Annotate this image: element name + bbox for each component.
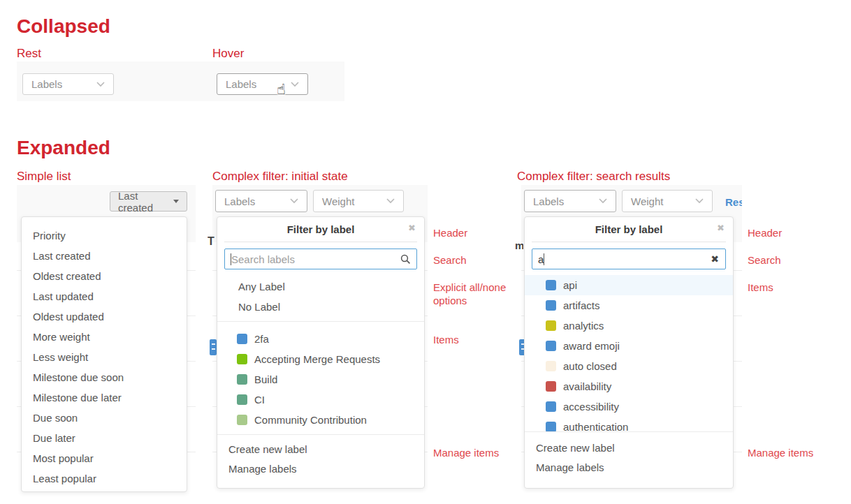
obscured-text-fragment: m <box>515 240 523 250</box>
list-item[interactable]: More weight <box>22 327 187 347</box>
fragment-mark <box>212 343 215 345</box>
label-item-text: award emoji <box>563 340 620 352</box>
list-item[interactable]: Most popular <box>22 448 187 468</box>
label-color-swatch <box>237 354 247 364</box>
label-item[interactable]: Accepting Merge Requests <box>217 349 424 369</box>
create-new-label-link[interactable]: Create new label <box>217 439 424 459</box>
label-item-text: CI <box>254 394 265 406</box>
complex-initial-label: Complex filter: initial state <box>212 170 348 182</box>
list-item[interactable]: Milestone due later <box>22 387 187 408</box>
weight-filter-button[interactable]: Weight <box>622 190 713 212</box>
label-item[interactable]: CI <box>217 390 424 410</box>
complex-search-label: Complex filter: search results <box>517 170 670 182</box>
collapsed-heading: Collapsed <box>17 17 110 36</box>
label-item[interactable]: award emoji <box>525 336 733 356</box>
annotation-manage-items: Manage items <box>433 446 499 459</box>
manage-labels-link[interactable]: Manage labels <box>217 459 424 478</box>
obscured-text-fragment: T <box>208 236 215 246</box>
any-label-option[interactable]: Any Label <box>217 276 424 297</box>
chevron-down-icon <box>291 82 299 87</box>
reset-link[interactable]: Res <box>725 196 742 208</box>
weight-filter-button[interactable]: Weight <box>313 190 404 212</box>
label-item[interactable]: availability <box>525 376 733 396</box>
label-item-text: Build <box>254 373 277 385</box>
annotation-items: Items <box>748 281 773 294</box>
panel-header: Filter by label ✖ <box>525 217 733 242</box>
close-icon[interactable]: ✖ <box>408 223 416 232</box>
annotation-items: Items <box>433 333 459 346</box>
label-item-text: analytics <box>563 320 604 332</box>
weight-filter-button-text: Weight <box>322 195 354 207</box>
label-item-text: artifacts <box>563 299 600 311</box>
labels-filter-button[interactable]: Labels <box>524 190 616 212</box>
label-item-partially-hidden[interactable]: authentication <box>525 417 733 431</box>
search-results-list: api artifacts analytics award emoji auto… <box>525 275 733 431</box>
text-cursor <box>544 253 544 265</box>
list-item[interactable]: Less weight <box>22 347 187 367</box>
label-color-swatch <box>546 381 556 392</box>
no-label-option[interactable]: No Label <box>217 297 424 317</box>
list-item[interactable]: Priority <box>22 225 187 246</box>
sort-dropdown-text: Last created <box>118 190 167 214</box>
label-item-text: authentication <box>563 421 628 431</box>
list-item[interactable]: Oldest created <box>22 266 187 286</box>
annotation-header: Header <box>433 226 467 239</box>
label-items-list: 2fa Accepting Merge Requests Build CI Co… <box>217 322 424 434</box>
create-new-label-link[interactable]: Create new label <box>525 438 733 457</box>
sort-dropdown-button[interactable]: Last created <box>110 191 187 212</box>
chevron-down-icon <box>695 198 704 204</box>
hover-label: Hover <box>212 47 244 59</box>
list-item[interactable]: Least popular <box>22 468 187 489</box>
label-item[interactable]: Community Contribution <box>217 410 424 430</box>
caret-down-icon <box>173 200 179 203</box>
search-row: Search labels <box>217 242 424 275</box>
annotation-allnone: Explicit all/none options <box>433 281 517 307</box>
label-color-swatch <box>546 401 556 412</box>
annotation-header: Header <box>748 226 782 239</box>
expanded-heading: Expanded <box>17 138 110 158</box>
close-icon[interactable]: ✖ <box>717 223 725 232</box>
list-item[interactable]: Due later <box>22 428 187 448</box>
labels-filter-button-text: Labels <box>224 195 255 207</box>
label-search-input[interactable]: a ✖ <box>532 249 726 269</box>
annotation-search: Search <box>748 253 781 267</box>
label-item-highlighted[interactable]: api <box>525 275 733 295</box>
labels-filter-button[interactable]: Labels <box>215 190 307 212</box>
weight-filter-button-text: Weight <box>631 195 663 207</box>
label-item-text: Accepting Merge Requests <box>254 353 380 365</box>
panel-title: Filter by label <box>595 223 663 235</box>
label-item-text: accessibility <box>563 401 619 413</box>
label-item[interactable]: 2fa <box>217 329 424 349</box>
list-item[interactable]: Due soon <box>22 408 187 428</box>
panel-footer: Create new label Manage labels <box>525 432 733 484</box>
label-item[interactable]: auto closed <box>525 356 733 376</box>
labels-dropdown-rest[interactable]: Labels <box>22 73 114 95</box>
rest-label: Rest <box>17 47 41 59</box>
search-input-value: a <box>538 253 544 265</box>
labels-dropdown-hover[interactable]: Labels <box>217 73 308 95</box>
label-color-swatch <box>546 422 556 431</box>
label-item-text: Community Contribution <box>254 414 367 426</box>
label-item-text: 2fa <box>254 333 269 345</box>
search-icon <box>400 254 411 267</box>
manage-labels-link[interactable]: Manage labels <box>525 457 733 477</box>
clear-search-icon[interactable]: ✖ <box>711 254 719 264</box>
label-color-swatch <box>546 300 556 311</box>
list-item[interactable]: Oldest updated <box>22 306 187 327</box>
list-item[interactable]: Milestone due soon <box>22 367 187 387</box>
label-color-swatch <box>237 394 247 405</box>
panel-footer: Create new label Manage labels <box>217 435 424 485</box>
label-color-swatch <box>546 341 556 351</box>
all-none-options: Any Label No Label <box>217 275 424 317</box>
label-item[interactable]: Build <box>217 369 424 390</box>
fragment-mark <box>212 348 215 350</box>
list-item[interactable]: Last created <box>22 246 187 266</box>
label-item[interactable]: artifacts <box>525 295 733 316</box>
label-item[interactable]: analytics <box>525 316 733 336</box>
filter-by-label-panel-initial: Filter by label ✖ Search labels Any Labe… <box>217 216 425 489</box>
label-item[interactable]: accessibility <box>525 396 733 417</box>
search-row: a ✖ <box>525 242 733 275</box>
label-search-input[interactable]: Search labels <box>224 249 417 269</box>
list-item[interactable]: Last updated <box>22 286 187 306</box>
chevron-down-icon <box>290 198 298 204</box>
